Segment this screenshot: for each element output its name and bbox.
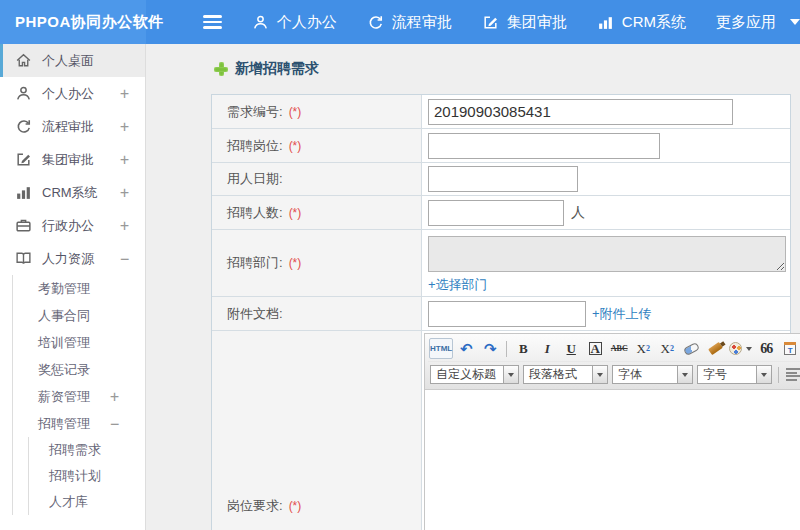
process-icon bbox=[367, 14, 384, 31]
sidebar-item-label: 人事合同 bbox=[38, 307, 119, 325]
sidebar-item-考勤管理[interactable]: 考勤管理 bbox=[12, 275, 145, 302]
align-left-icon[interactable] bbox=[786, 368, 800, 381]
sidebar-item-人才库[interactable]: 人才库 bbox=[12, 489, 145, 515]
blockquote-icon[interactable]: 66 bbox=[755, 338, 777, 359]
combo-dropdown-button[interactable] bbox=[757, 365, 772, 384]
edit-icon bbox=[482, 14, 499, 31]
sidebar-item-人力资源[interactable]: 人力资源− bbox=[0, 242, 145, 275]
expand-toggle-icon[interactable]: + bbox=[120, 118, 145, 136]
sidebar-item-招聘计划[interactable]: 招聘计划 bbox=[12, 463, 145, 489]
position-label: 招聘岗位: bbox=[227, 137, 283, 155]
required-mark: (*) bbox=[289, 105, 302, 119]
request-number-input[interactable] bbox=[428, 99, 733, 125]
sidebar-item-薪资管理[interactable]: 薪资管理+ bbox=[12, 383, 145, 410]
sidebar-item-流程审批[interactable]: 流程审批+ bbox=[0, 110, 145, 143]
bold-icon[interactable]: B bbox=[512, 338, 534, 359]
eraser-icon[interactable] bbox=[680, 338, 702, 359]
sidebar-item-CRM系统[interactable]: CRM系统+ bbox=[0, 176, 145, 209]
undo-icon[interactable]: ↶ bbox=[455, 338, 477, 359]
autotypeset-icon[interactable] bbox=[728, 338, 753, 359]
date-label: 用人日期: bbox=[227, 170, 283, 188]
sidebar-item-集团审批[interactable]: 集团审批+ bbox=[0, 143, 145, 176]
sidebar-item-招聘管理[interactable]: 招聘管理− bbox=[12, 410, 145, 437]
nav-item-0[interactable]: 个人办公 bbox=[252, 13, 337, 32]
chart-icon bbox=[15, 184, 32, 201]
rich-text-editor: HTML↶↷BIUAABCX2X266A 自定义标题段落格式字体字号 bbox=[424, 333, 800, 530]
caret-down-icon[interactable] bbox=[790, 19, 800, 25]
expand-toggle-icon[interactable]: − bbox=[120, 250, 145, 268]
home-icon bbox=[15, 52, 32, 69]
custom-title-select[interactable]: 自定义标题 bbox=[430, 365, 519, 384]
sidebar-item-行政办公[interactable]: 行政办公+ bbox=[0, 209, 145, 242]
combo-value: 字号 bbox=[697, 365, 757, 384]
expand-toggle-icon[interactable]: − bbox=[110, 415, 145, 433]
font-size-select[interactable]: 字号 bbox=[697, 365, 772, 384]
editor-content-area[interactable] bbox=[425, 390, 800, 530]
app-logo: PHPOA协同办公软件 bbox=[0, 0, 146, 44]
html-source-button[interactable]: HTML bbox=[429, 338, 453, 359]
nav-item-label: 个人办公 bbox=[277, 13, 337, 32]
sidebar-item-label: 流程审批 bbox=[42, 118, 120, 136]
form-row-date: 用人日期: bbox=[212, 163, 790, 196]
required-mark: (*) bbox=[289, 206, 302, 220]
sidebar-item-人事合同[interactable]: 人事合同 bbox=[12, 302, 145, 329]
italic-icon[interactable]: I bbox=[536, 338, 558, 359]
sidebar-item-label: CRM系统 bbox=[42, 184, 120, 202]
subscript-icon[interactable]: X2 bbox=[656, 338, 678, 359]
department-textarea[interactable] bbox=[428, 236, 786, 272]
date-input[interactable] bbox=[428, 166, 578, 192]
sidebar-item-label: 招聘需求 bbox=[49, 441, 129, 459]
nav-item-label: 流程审批 bbox=[392, 13, 452, 32]
combo-dropdown-button[interactable] bbox=[593, 365, 608, 384]
sidebar-item-label: 奖惩记录 bbox=[38, 361, 119, 379]
sidebar-item-个人桌面[interactable]: 个人桌面 bbox=[0, 44, 145, 77]
paragraph-format-select[interactable]: 段落格式 bbox=[523, 365, 608, 384]
sidebar: 个人桌面个人办公+流程审批+集团审批+CRM系统+行政办公+人力资源−考勤管理人… bbox=[0, 44, 146, 530]
expand-toggle-icon[interactable]: + bbox=[120, 151, 145, 169]
page-header: 新增招聘需求 bbox=[146, 44, 800, 94]
nav-item-4[interactable]: 更多应用 bbox=[716, 13, 800, 32]
recruit-request-form: 需求编号: (*) 招聘岗位: (*) 用人日期: bbox=[211, 94, 791, 530]
attachment-upload-link[interactable]: +附件上传 bbox=[592, 305, 652, 323]
combo-dropdown-button[interactable] bbox=[504, 365, 519, 384]
underline-icon[interactable]: U bbox=[560, 338, 582, 359]
position-input[interactable] bbox=[428, 133, 660, 159]
editor-toolbar: HTML↶↷BIUAABCX2X266A 自定义标题段落格式字体字号 bbox=[425, 334, 800, 390]
font-family-select[interactable]: 字体 bbox=[612, 365, 693, 384]
redo-icon[interactable]: ↷ bbox=[479, 338, 501, 359]
combo-value: 字体 bbox=[612, 365, 678, 384]
required-mark: (*) bbox=[289, 499, 302, 513]
sidebar-item-招聘需求[interactable]: 招聘需求 bbox=[12, 437, 145, 463]
select-department-link[interactable]: +选择部门 bbox=[428, 277, 488, 292]
nav-item-2[interactable]: 集团审批 bbox=[482, 13, 567, 32]
form-row-requirement: 岗位要求: (*) HTML↶↷BIUAABCX2X266A 自定义标题段落格式… bbox=[212, 331, 790, 530]
headcount-label: 招聘人数: bbox=[227, 204, 283, 222]
char-border-icon[interactable]: A bbox=[584, 338, 606, 359]
edit-icon bbox=[15, 151, 32, 168]
expand-toggle-icon[interactable]: + bbox=[120, 184, 145, 202]
expand-toggle-icon[interactable]: + bbox=[110, 388, 145, 406]
format-brush-icon[interactable] bbox=[704, 338, 726, 359]
nav-item-label: 集团审批 bbox=[507, 13, 567, 32]
toolbar-separator bbox=[506, 341, 507, 357]
sidebar-item-label: 个人桌面 bbox=[42, 52, 129, 70]
form-row-position: 招聘岗位: (*) bbox=[212, 129, 790, 163]
nav-item-3[interactable]: CRM系统 bbox=[597, 13, 686, 32]
menu-toggle-icon[interactable] bbox=[203, 15, 222, 29]
headcount-input[interactable] bbox=[428, 200, 564, 226]
expand-toggle-icon[interactable]: + bbox=[120, 85, 145, 103]
sidebar-item-奖惩记录[interactable]: 奖惩记录 bbox=[12, 356, 145, 383]
sidebar-item-个人办公[interactable]: 个人办公+ bbox=[0, 77, 145, 110]
sidebar-item-培训管理[interactable]: 培训管理 bbox=[12, 329, 145, 356]
requirement-label: 岗位要求: bbox=[227, 497, 283, 515]
chart-icon bbox=[597, 14, 614, 31]
nav-item-1[interactable]: 流程审批 bbox=[367, 13, 452, 32]
nav-item-label: CRM系统 bbox=[622, 13, 686, 32]
paste-icon[interactable] bbox=[779, 338, 800, 359]
combo-dropdown-button[interactable] bbox=[678, 365, 693, 384]
top-nav: 个人办公流程审批集团审批CRM系统更多应用 bbox=[252, 13, 800, 32]
expand-toggle-icon[interactable]: + bbox=[120, 217, 145, 235]
strikethrough-icon[interactable]: ABC bbox=[608, 338, 630, 359]
attachment-input[interactable] bbox=[428, 301, 586, 327]
superscript-icon[interactable]: X2 bbox=[632, 338, 654, 359]
